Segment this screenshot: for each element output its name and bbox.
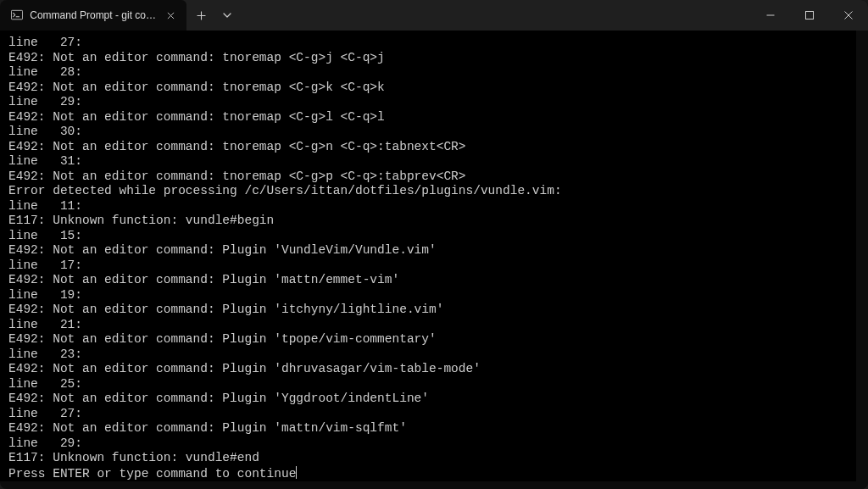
app-window: Command Prompt - git comm line 27: (0, 0, 868, 489)
output-line: line 27: (8, 36, 848, 51)
output-line: line 21: (8, 318, 848, 333)
output-line: line 15: (8, 229, 848, 244)
svg-rect-0 (11, 10, 22, 19)
minimize-button[interactable] (751, 0, 790, 31)
text-cursor (296, 466, 297, 479)
terminal-tab[interactable]: Command Prompt - git comm (0, 0, 186, 31)
prompt-line[interactable]: Press ENTER or type command to continue (8, 466, 848, 482)
output-line: line 17: (8, 258, 848, 274)
output-line: E492: Not an editor command: tnoremap <C… (8, 140, 848, 155)
output-line: E492: Not an editor command: Plugin 'mat… (8, 421, 848, 436)
terminal-wrap: line 27:E492: Not an editor command: tno… (0, 31, 856, 489)
output-line: line 29: (8, 436, 848, 452)
output-line: line 30: (8, 125, 848, 140)
output-line: E492: Not an editor command: tnoremap <C… (8, 81, 848, 96)
output-line: line 25: (8, 377, 848, 392)
tab-close-button[interactable] (164, 8, 178, 23)
output-line: line 23: (8, 347, 848, 363)
tab-dropdown-button[interactable] (215, 0, 239, 31)
output-line: E492: Not an editor command: Plugin 'mat… (8, 273, 848, 288)
tab-title: Command Prompt - git comm (30, 9, 157, 21)
output-line: line 28: (8, 65, 848, 81)
output-line: E117: Unknown function: vundle#begin (8, 214, 848, 229)
output-line: Error detected while processing /c/Users… (8, 184, 848, 199)
new-tab-button[interactable] (186, 0, 215, 31)
output-line: line 31: (8, 154, 848, 169)
output-line: E492: Not an editor command: tnoremap <C… (8, 110, 848, 125)
titlebar-drag-area[interactable] (239, 0, 751, 31)
terminal-icon (10, 8, 23, 22)
output-line: E492: Not an editor command: tnoremap <C… (8, 169, 848, 185)
output-line: line 19: (8, 288, 848, 303)
terminal-output[interactable]: line 27:E492: Not an editor command: tno… (0, 31, 856, 481)
output-line: E492: Not an editor command: Plugin 'dhr… (8, 362, 848, 377)
output-line: E492: Not an editor command: Plugin 'Vun… (8, 243, 848, 258)
output-line: E492: Not an editor command: Plugin 'itc… (8, 303, 848, 318)
svg-rect-7 (806, 12, 814, 19)
output-line: line 11: (8, 199, 848, 214)
output-line: E492: Not an editor command: Plugin 'tpo… (8, 332, 848, 347)
window-controls (751, 0, 868, 31)
vertical-scrollbar[interactable] (856, 31, 868, 489)
close-button[interactable] (829, 0, 868, 31)
output-line: E492: Not an editor command: tnoremap <C… (8, 51, 848, 66)
output-line: E492: Not an editor command: Plugin 'Ygg… (8, 392, 848, 407)
output-line: E117: Unknown function: vundle#end (8, 451, 848, 466)
output-line: line 27: (8, 407, 848, 422)
output-line: line 29: (8, 95, 848, 110)
maximize-button[interactable] (790, 0, 829, 31)
titlebar: Command Prompt - git comm (0, 0, 868, 31)
terminal-area: line 27:E492: Not an editor command: tno… (0, 31, 868, 489)
